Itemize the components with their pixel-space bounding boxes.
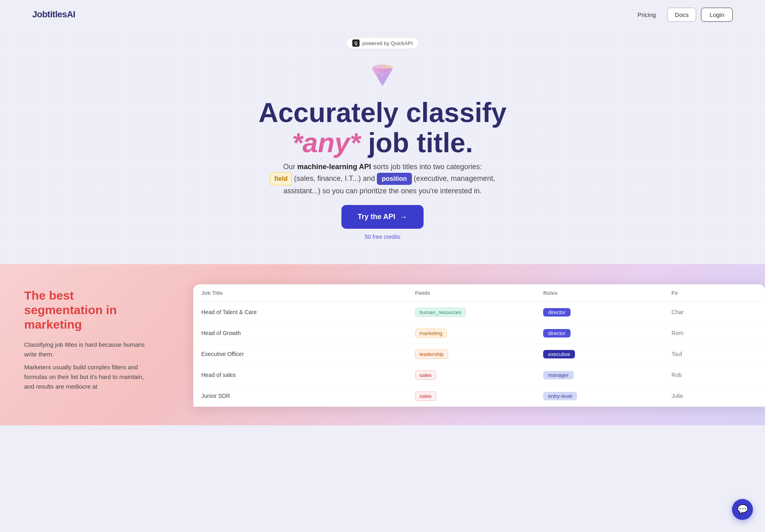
cell-job-title: Junior SDR [201,393,415,399]
powered-badge: Q powered by QuickAPI [346,37,419,49]
navbar: JobtitlesAI Pricing Docs Login [0,0,765,29]
cell-first-name: Touf [672,351,757,357]
cta-label: Try the API [358,213,395,221]
field-tag: sales [415,371,436,380]
cell-first-name: Rob [672,372,757,378]
cell-job-title: Head of sales [201,372,415,378]
hero-title-any: *any* [292,127,360,158]
cell-first-name: Rom [672,330,757,336]
table-body: Head of Talent & Care human_resources di… [193,302,765,407]
table-header: Job Title Fields Roles Fir [193,284,765,302]
gem-icon [366,57,399,91]
field-tag: human_resources [415,308,466,317]
cell-field: marketing [415,329,543,338]
table-wrapper: Job Title Fields Roles Fir Head of Talen… [161,264,765,425]
hero-title: Accurately classify *any* job title. [258,97,507,158]
arrow-icon: → [399,212,407,221]
position-badge: position [377,173,411,185]
field-badge: field [270,172,292,185]
cell-job-title: Head of Growth [201,330,415,336]
table-row: Executive Officer leadership executive T… [193,344,765,365]
bottom-desc1: Classifying job titles is hard because h… [24,340,145,359]
cell-field: human_resources [415,308,543,317]
hero-subtitle: Our machine-learning API sorts job title… [266,161,499,197]
docs-button[interactable]: Docs [667,8,696,22]
powered-by-text: powered by QuickAPI [362,40,413,46]
table-row: Head of Talent & Care human_resources di… [193,302,765,323]
nav-links: Pricing Docs Login [631,8,733,22]
table-row: Head of sales sales manager Rob [193,365,765,386]
role-tag: manager [543,371,573,379]
chat-icon: 💬 [737,504,748,515]
role-tag: entry-level [543,392,577,400]
bottom-title: The best segmentation in marketing [24,288,145,332]
bottom-left-panel: The best segmentation in marketing Class… [0,264,161,425]
field-tag: sales [415,391,436,401]
cta-credits: 50 free credits [365,234,401,240]
try-api-button[interactable]: Try the API → [341,205,423,229]
bottom-desc2: Marketers usually build complex filters … [24,362,145,391]
cell-job-title: Executive Officer [201,351,415,357]
data-table: Job Title Fields Roles Fir Head of Talen… [193,284,765,407]
field-desc: (sales, finance, I.T...) and [294,174,377,182]
col-roles: Roles [543,290,671,296]
cell-job-title: Head of Talent & Care [201,309,415,315]
pricing-link[interactable]: Pricing [631,8,662,21]
cell-first-name: Char [672,309,757,315]
hero-section: Q powered by QuickAPI [0,29,765,264]
field-tag: marketing [415,329,447,338]
cell-role: manager [543,371,671,379]
cell-field: sales [415,391,543,401]
cell-first-name: Julie [672,393,757,399]
cell-field: sales [415,371,543,380]
role-tag: director [543,329,570,337]
cell-field: leadership [415,350,543,359]
cell-role: executive [543,350,671,358]
hero-title-line1: Accurately classify [258,97,507,128]
login-button[interactable]: Login [701,8,733,22]
field-tag: leadership [415,350,448,359]
table-row: Junior SDR sales entry-level Julie [193,386,765,407]
role-tag: director [543,308,570,317]
col-job-title: Job Title [201,290,415,296]
col-first: Fir [672,290,757,296]
subtitle-mid: sorts job titles into two categories: [371,163,482,171]
hero-title-line2: job title. [368,127,473,158]
subtitle-bold: machine-learning API [297,163,371,171]
cell-role: entry-level [543,392,671,400]
cell-role: director [543,308,671,317]
col-fields: Fields [415,290,543,296]
role-tag: executive [543,350,575,358]
chat-button[interactable]: 💬 [732,499,753,520]
table-row: Head of Growth marketing director Rom [193,323,765,344]
bottom-section: The best segmentation in marketing Class… [0,264,765,425]
subtitle-prefix: Our [283,163,297,171]
quickapi-icon: Q [352,39,360,47]
logo: JobtitlesAI [32,9,75,20]
cell-role: director [543,329,671,337]
